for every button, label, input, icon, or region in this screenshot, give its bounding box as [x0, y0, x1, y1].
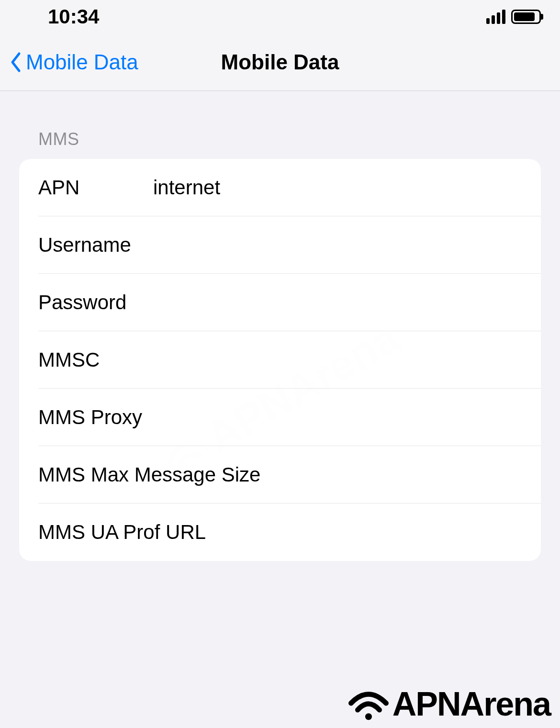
- label-mms-max-size: MMS Max Message Size: [38, 463, 280, 486]
- row-username[interactable]: Username: [19, 216, 541, 274]
- row-mms-proxy[interactable]: MMS Proxy: [19, 389, 541, 446]
- content-area: MMS APN internet Username Password MMSC …: [0, 91, 560, 561]
- watermark-text: APNArena: [392, 685, 550, 723]
- label-apn: APN: [38, 176, 153, 199]
- row-mmsc[interactable]: MMSC: [19, 331, 541, 389]
- back-button-label: Mobile Data: [26, 50, 138, 74]
- navigation-bar: Mobile Data Mobile Data: [0, 34, 560, 91]
- page-title: Mobile Data: [221, 50, 339, 74]
- status-bar: 10:34: [0, 0, 560, 34]
- label-mms-ua-prof: MMS UA Prof URL: [38, 521, 280, 544]
- label-password: Password: [38, 291, 153, 314]
- chevron-left-icon: [10, 52, 21, 73]
- watermark-bottom: APNArena: [347, 685, 550, 723]
- label-mmsc: MMSC: [38, 348, 153, 371]
- row-mms-ua-prof[interactable]: MMS UA Prof URL: [19, 504, 541, 561]
- row-mms-max-size[interactable]: MMS Max Message Size: [19, 446, 541, 504]
- settings-group-mms: APN internet Username Password MMSC MMS …: [19, 159, 541, 561]
- section-header-mms: MMS: [0, 129, 560, 159]
- status-time: 10:34: [48, 5, 99, 28]
- row-apn[interactable]: APN internet: [19, 159, 541, 216]
- label-username: Username: [38, 234, 153, 257]
- value-apn[interactable]: internet: [153, 176, 522, 199]
- cellular-signal-icon: [486, 10, 505, 24]
- label-mms-proxy: MMS Proxy: [38, 406, 280, 429]
- row-password[interactable]: Password: [19, 274, 541, 331]
- battery-icon: [511, 10, 541, 24]
- wifi-icon: [347, 687, 390, 721]
- back-button[interactable]: Mobile Data: [10, 50, 138, 74]
- status-indicators: [486, 10, 541, 24]
- svg-point-1: [365, 713, 372, 720]
